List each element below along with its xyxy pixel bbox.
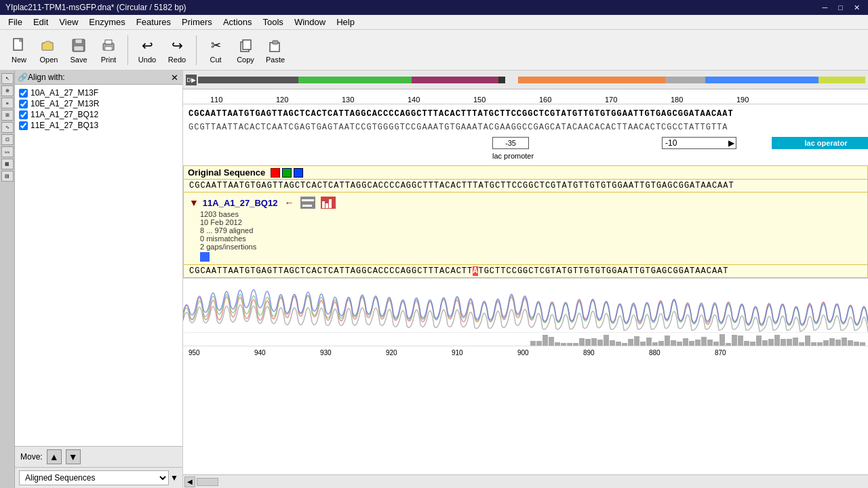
- menu-enzymes[interactable]: Enzymes: [83, 16, 130, 28]
- copy-button[interactable]: Copy: [232, 35, 259, 65]
- aligned-sequences-dropdown-container: Aligned Sequences ▼: [15, 467, 182, 488]
- menu-view[interactable]: View: [54, 16, 83, 28]
- align-close-button[interactable]: ✕: [169, 72, 180, 83]
- tool-4[interactable]: ∿: [1, 122, 14, 133]
- collapse-arrow-icon[interactable]: ▼: [189, 197, 199, 208]
- minimize-button[interactable]: ─: [820, 3, 831, 12]
- info-bases: 1203 bases: [200, 210, 865, 218]
- sequence-display: CGCAATTAATGTGAGTTAGCTCACTCATTAGGCACCCCAG…: [183, 104, 868, 474]
- save-button[interactable]: Save: [65, 35, 92, 65]
- new-button[interactable]: New: [5, 35, 33, 65]
- tool-6[interactable]: ≈≈: [1, 146, 14, 157]
- tool-arrow[interactable]: ↖: [1, 73, 14, 84]
- seq-name-2: 10E_A1_27_M13R: [31, 99, 99, 108]
- menu-file[interactable]: File: [3, 16, 28, 28]
- move-up-button[interactable]: ▲: [47, 449, 62, 464]
- right-area: D▶ 110 120 130 140 150 160: [183, 70, 868, 488]
- print-icon: [99, 36, 118, 55]
- save-label: Save: [70, 56, 87, 64]
- menu-features[interactable]: Features: [131, 16, 176, 28]
- tool-5[interactable]: ⊡: [1, 134, 14, 145]
- toolbar: New Open Save Print ↩ Undo ↪ Redo ✂ Cut …: [0, 30, 868, 70]
- open-button[interactable]: Open: [35, 35, 62, 65]
- close-button[interactable]: ✕: [851, 3, 863, 12]
- ruler-190: 190: [736, 96, 749, 104]
- menu-tools[interactable]: Tools: [258, 16, 289, 28]
- toolbar-sep-2: [196, 35, 197, 65]
- print-button[interactable]: Print: [95, 35, 122, 65]
- paste-label: Paste: [266, 56, 285, 64]
- redo-icon: ↪: [167, 36, 186, 55]
- sequence-list: 10A_A1_27_M13F 10E_A1_27_M13R 11A_A1_27_…: [15, 85, 182, 446]
- align-header-label: Align with:: [28, 73, 65, 82]
- ruler-930: 930: [320, 349, 332, 357]
- tool-8[interactable]: ▤: [1, 171, 14, 182]
- map-indicator: D▶: [186, 75, 197, 85]
- lac-promoter-label: lac promoter: [492, 152, 534, 160]
- redo-label: Redo: [168, 56, 186, 64]
- cut-label: Cut: [210, 56, 221, 64]
- seq-item-3: 11A_A1_27_BQ12: [18, 109, 180, 120]
- seq-checkbox-3[interactable]: [19, 110, 28, 119]
- original-seq-display: CGCAATTAATGTGAGTTAGCTCACTCATTAGGCACCCCAG…: [184, 180, 867, 192]
- svg-rect-9: [243, 40, 251, 49]
- ruler-110: 110: [210, 96, 222, 104]
- svg-rect-3: [75, 39, 82, 43]
- color-red-button[interactable]: [271, 168, 280, 178]
- scroll-left-button[interactable]: ◀: [184, 476, 195, 487]
- color-blue-button[interactable]: [294, 168, 303, 178]
- new-icon: [9, 36, 28, 55]
- seq-item-2: 10E_A1_27_M13R: [18, 98, 180, 109]
- menu-primers[interactable]: Primers: [176, 16, 218, 28]
- seq-checkbox-4[interactable]: [19, 121, 28, 130]
- map-seg-green: [298, 77, 412, 83]
- main-content: ↖ ⊕ ≡ ⊞ ∿ ⊡ ≈≈ ▦ ▤ 🔗 Align with: ✕ 10A_A…: [0, 70, 868, 488]
- minus10-feature: -10 ▶: [662, 137, 736, 149]
- menu-edit[interactable]: Edit: [28, 16, 54, 28]
- seq-name-3: 11A_A1_27_BQ12: [31, 110, 98, 119]
- undo-button[interactable]: ↩ Undo: [134, 35, 161, 65]
- cut-icon: ✂: [206, 36, 225, 55]
- tool-2[interactable]: ≡: [1, 98, 14, 108]
- ruler-890: 890: [583, 349, 595, 357]
- aligned-seq-text: CGCAATTAATGTGAGTTAGCTCACTCATTAGGCACCCCAG…: [183, 265, 868, 278]
- map-seg-lightgray: [665, 77, 705, 83]
- original-seq-top: CGCAATTAATGTGAGTTAGCTCACTCATTAGGCACCCCAG…: [183, 104, 868, 121]
- seq-item-1: 10A_A1_27_M13F: [18, 87, 180, 98]
- menu-window[interactable]: Window: [289, 16, 331, 28]
- ruler-180: 180: [671, 96, 683, 104]
- original-sequence-header: Original Sequence: [184, 166, 867, 180]
- maximize-button[interactable]: □: [835, 3, 846, 12]
- menu-help[interactable]: Help: [331, 16, 360, 28]
- tool-7[interactable]: ▦: [1, 159, 14, 169]
- info-gaps: 2 gaps/insertions: [200, 243, 865, 251]
- dropdown-arrow-icon[interactable]: ▼: [170, 473, 178, 483]
- tool-3[interactable]: ⊞: [1, 110, 14, 121]
- paste-button[interactable]: Paste: [262, 35, 289, 65]
- aligned-sequence-section: ▼ 11A_A1_27_BQ12 ←: [183, 192, 868, 265]
- tool-1[interactable]: ⊕: [1, 85, 14, 96]
- seq-name-1: 10A_A1_27_M13F: [31, 88, 98, 98]
- color-green-button[interactable]: [282, 168, 292, 178]
- ruler-130: 130: [342, 96, 354, 104]
- seq-checkbox-2[interactable]: [19, 100, 28, 108]
- seq-checkbox-1[interactable]: [19, 89, 28, 98]
- redo-button[interactable]: ↪ Redo: [163, 35, 191, 65]
- print-label: Print: [101, 56, 117, 64]
- paste-icon: [266, 36, 285, 55]
- move-down-button[interactable]: ▼: [66, 449, 81, 464]
- aligned-sequences-select[interactable]: Aligned Sequences: [19, 470, 169, 485]
- open-label: Open: [40, 56, 58, 64]
- menu-actions[interactable]: Actions: [218, 16, 258, 28]
- minus35-feature: -35: [492, 137, 529, 149]
- seq-item-4: 11E_A1_27_BQ13: [18, 120, 180, 131]
- info-date: 10 Feb 2012: [200, 218, 865, 226]
- cut-button[interactable]: ✂ Cut: [202, 35, 229, 65]
- original-sequence-section: Original Sequence CGCAATTAATGTGAGTTAGCTC…: [183, 165, 868, 192]
- info-mismatches: 0 mismatches: [200, 235, 865, 243]
- map-seg-gray: [198, 77, 298, 83]
- scroll-thumb[interactable]: [197, 478, 218, 486]
- copy-icon: [236, 36, 255, 55]
- ruler-940: 940: [254, 349, 266, 357]
- move-controls: Move: ▲ ▼: [15, 446, 182, 467]
